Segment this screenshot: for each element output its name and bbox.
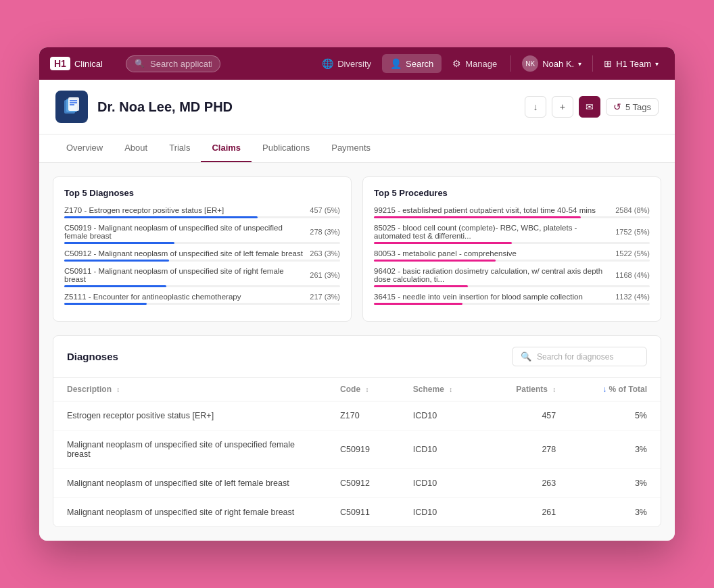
diagnoses-data-table: Description ↕ Code ↕ Scheme ↕ Patients: [53, 378, 661, 526]
pct-sort-arrow: ↓: [602, 385, 609, 394]
col-header-pct-total[interactable]: ↓ % of Total: [569, 378, 661, 401]
proc-item-1: 85025 - blood cell count (complete)- RBC…: [374, 224, 650, 244]
tags-label: 5 Tags: [625, 102, 651, 112]
diagnoses-table-body: Estrogen receptor positive status [ER+] …: [53, 401, 661, 527]
cell-scheme-3: ICD10: [400, 498, 485, 527]
proc-value-1: 1752 (5%): [615, 228, 650, 236]
cell-code-3: C50911: [327, 498, 400, 527]
nav-items: 🌐 Diversity 👤 Search ⚙ Manage NK Noah K.…: [314, 53, 664, 74]
proc-item-2: 80053 - metabolic panel - comprehensive …: [374, 249, 650, 262]
diagnoses-search-icon: 🔍: [521, 351, 531, 362]
cell-description-1: Malignant neoplasm of unspecified site o…: [53, 431, 327, 469]
team-chevron-icon: ▾: [655, 60, 659, 68]
cell-scheme-0: ICD10: [400, 401, 485, 431]
diag-bar-0: [64, 216, 258, 218]
top-diagnoses-card: Top 5 Diagnoses Z170 - Estrogen receptor…: [53, 176, 352, 322]
proc-item-3: 96402 - basic radiation dosimetry calcul…: [374, 267, 650, 287]
cell-description-3: Malignant neoplasm of unspecified site o…: [53, 498, 327, 527]
tags-icon: ↺: [613, 101, 621, 112]
procedure-items: 99215 - established patient outpatient v…: [374, 206, 650, 305]
table-row: Malignant neoplasm of unspecified site o…: [53, 498, 661, 527]
tab-payments[interactable]: Payments: [320, 134, 381, 162]
app-search-bar[interactable]: 🔍: [126, 55, 220, 72]
email-button[interactable]: ✉: [579, 96, 600, 118]
diag-bar-3: [64, 285, 166, 287]
proc-item-4: 36415 - needle into vein insertion for b…: [374, 293, 650, 305]
nav-item-search[interactable]: 👤 Search: [382, 54, 442, 73]
diag-value-1: 278 (3%): [310, 228, 340, 236]
user-avatar: NK: [522, 55, 538, 72]
top-nav: H1 Clinical 🔍 🌐 Diversity 👤 Search ⚙ Man…: [39, 47, 675, 80]
cell-description-2: Malignant neoplasm of unspecified site o…: [53, 469, 327, 498]
diag-label-3: C50911 - Malignant neoplasm of unspecifi…: [64, 267, 304, 283]
profile-icon-svg: [62, 97, 81, 116]
diag-value-4: 217 (3%): [310, 293, 340, 301]
proc-label-3: 96402 - basic radiation dosimetry calcul…: [374, 267, 610, 283]
proc-bar-2: [374, 260, 496, 262]
tab-overview[interactable]: Overview: [55, 134, 114, 162]
svg-rect-2: [68, 97, 79, 111]
code-sort-icon: ↕: [365, 386, 368, 393]
app-search-input[interactable]: [150, 59, 212, 69]
diag-item-3: C50911 - Malignant neoplasm of unspecifi…: [64, 267, 340, 287]
table-row: Malignant neoplasm of unspecified site o…: [53, 431, 661, 469]
diagnoses-section-title: Diagnoses: [67, 351, 118, 362]
proc-label-0: 99215 - established patient outpatient v…: [374, 206, 610, 214]
nav-divider: [510, 55, 511, 72]
team-menu[interactable]: ⊞ H1 Team ▾: [598, 55, 664, 72]
cell-patients-1: 278: [485, 431, 570, 469]
tab-claims[interactable]: Claims: [201, 134, 252, 162]
scheme-sort-icon: ↕: [449, 386, 452, 393]
proc-label-4: 36415 - needle into vein insertion for b…: [374, 293, 610, 301]
cell-patients-3: 261: [485, 498, 570, 527]
manage-icon: ⚙: [452, 58, 461, 69]
diag-item-2: C50912 - Malignant neoplasm of unspecifi…: [64, 249, 340, 262]
diag-item-4: Z5111 - Encounter for antineoplastic che…: [64, 293, 340, 305]
search-icon: 🔍: [135, 59, 145, 68]
nav-item-manage[interactable]: ⚙ Manage: [444, 54, 505, 73]
diag-bar-2: [64, 260, 169, 262]
col-header-patients[interactable]: Patients ↕: [485, 378, 570, 401]
diag-label-0: Z170 - Estrogen receptor positive status…: [64, 206, 304, 214]
tab-trials[interactable]: Trials: [158, 134, 201, 162]
tab-about[interactable]: About: [114, 134, 158, 162]
tab-publications[interactable]: Publications: [252, 134, 320, 162]
user-name: Noah K.: [542, 59, 574, 69]
nav-item-diversity[interactable]: 🌐 Diversity: [314, 54, 379, 73]
table-header-row: Description ↕ Code ↕ Scheme ↕ Patients: [53, 378, 661, 401]
cell-scheme-2: ICD10: [400, 469, 485, 498]
charts-row: Top 5 Diagnoses Z170 - Estrogen receptor…: [53, 176, 661, 322]
app-window: H1 Clinical 🔍 🌐 Diversity 👤 Search ⚙ Man…: [39, 47, 675, 541]
main-content: Top 5 Diagnoses Z170 - Estrogen receptor…: [39, 163, 675, 541]
table-row: Malignant neoplasm of unspecified site o…: [53, 469, 661, 498]
cell-code-2: C50912: [327, 469, 400, 498]
col-header-code[interactable]: Code ↕: [327, 378, 400, 401]
search-nav-icon: 👤: [390, 58, 402, 69]
nav-item-manage-label: Manage: [465, 59, 497, 69]
logo-h1: H1: [50, 57, 70, 70]
team-grid-icon: ⊞: [604, 58, 612, 69]
diagnosis-items: Z170 - Estrogen receptor positive status…: [64, 206, 340, 305]
team-name: H1 Team: [616, 59, 651, 69]
proc-bar-1: [374, 242, 512, 244]
diag-value-2: 263 (3%): [310, 249, 340, 258]
diversity-icon: 🌐: [322, 58, 333, 69]
diagnoses-search-input[interactable]: [537, 352, 638, 362]
proc-value-0: 2584 (8%): [615, 206, 650, 214]
cell-description-0: Estrogen receptor positive status [ER+]: [53, 401, 327, 431]
col-header-description[interactable]: Description ↕: [53, 378, 327, 401]
description-sort-icon: ↕: [116, 386, 120, 393]
add-button[interactable]: +: [552, 96, 573, 118]
diagnoses-search[interactable]: 🔍: [512, 347, 647, 366]
proc-label-2: 80053 - metabolic panel - comprehensive: [374, 249, 610, 258]
diag-value-3: 261 (3%): [310, 271, 340, 279]
user-menu[interactable]: NK Noah K. ▾: [517, 53, 587, 74]
cell-pct-1: 3%: [569, 431, 661, 469]
top-procedures-title: Top 5 Procedures: [374, 188, 650, 198]
download-button[interactable]: ↓: [525, 96, 546, 118]
tags-button[interactable]: ↺ 5 Tags: [606, 98, 659, 116]
col-header-scheme[interactable]: Scheme ↕: [400, 378, 485, 401]
diag-item-1: C50919 - Malignant neoplasm of unspecifi…: [64, 224, 340, 244]
proc-bar-4: [374, 303, 462, 305]
cell-patients-2: 263: [485, 469, 570, 498]
